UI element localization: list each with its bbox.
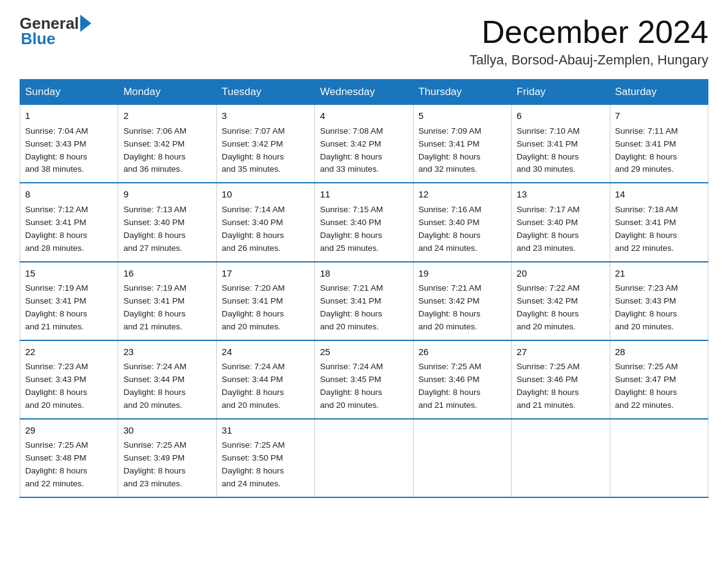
calendar-day-cell: [512, 419, 610, 497]
day-number: 4: [320, 109, 408, 123]
day-info: Sunrise: 7:24 AMSunset: 3:44 PMDaylight:…: [123, 362, 186, 410]
day-info: Sunrise: 7:08 AMSunset: 3:42 PMDaylight:…: [320, 126, 383, 174]
day-number: 14: [615, 188, 703, 202]
day-info: Sunrise: 7:06 AMSunset: 3:42 PMDaylight:…: [123, 126, 186, 174]
calendar-day-cell: 2 Sunrise: 7:06 AMSunset: 3:42 PMDayligh…: [118, 105, 216, 183]
calendar-day-cell: 9 Sunrise: 7:13 AMSunset: 3:40 PMDayligh…: [118, 183, 216, 261]
day-number: 31: [222, 424, 309, 438]
day-info: Sunrise: 7:25 AMSunset: 3:49 PMDaylight:…: [123, 440, 186, 488]
calendar-week-row: 22 Sunrise: 7:23 AMSunset: 3:43 PMDaylig…: [20, 340, 708, 419]
logo: General Blue: [20, 15, 93, 48]
calendar-day-cell: 8 Sunrise: 7:12 AMSunset: 3:41 PMDayligh…: [20, 183, 118, 261]
day-info: Sunrise: 7:21 AMSunset: 3:41 PMDaylight:…: [320, 283, 383, 331]
calendar-week-row: 1 Sunrise: 7:04 AMSunset: 3:43 PMDayligh…: [20, 105, 708, 183]
calendar-day-cell: 21 Sunrise: 7:23 AMSunset: 3:43 PMDaylig…: [610, 262, 708, 340]
day-number: 2: [123, 109, 211, 123]
calendar-day-cell: 23 Sunrise: 7:24 AMSunset: 3:44 PMDaylig…: [118, 340, 216, 419]
day-info: Sunrise: 7:24 AMSunset: 3:44 PMDaylight:…: [222, 362, 285, 410]
calendar-day-cell: 30 Sunrise: 7:25 AMSunset: 3:49 PMDaylig…: [118, 419, 216, 497]
day-number: 17: [222, 267, 309, 281]
calendar-day-cell: 13 Sunrise: 7:17 AMSunset: 3:40 PMDaylig…: [512, 183, 610, 261]
day-of-week-header: Thursday: [413, 80, 511, 105]
day-info: Sunrise: 7:25 AMSunset: 3:46 PMDaylight:…: [517, 362, 580, 410]
day-info: Sunrise: 7:11 AMSunset: 3:41 PMDaylight:…: [615, 126, 678, 174]
day-of-week-header: Monday: [118, 80, 216, 105]
calendar-day-cell: [413, 419, 511, 497]
calendar-day-cell: 4 Sunrise: 7:08 AMSunset: 3:42 PMDayligh…: [315, 105, 413, 183]
calendar-day-cell: 27 Sunrise: 7:25 AMSunset: 3:46 PMDaylig…: [512, 340, 610, 419]
day-info: Sunrise: 7:04 AMSunset: 3:43 PMDaylight:…: [25, 126, 88, 174]
day-number: 20: [517, 267, 604, 281]
day-number: 25: [320, 345, 408, 359]
calendar-day-cell: 26 Sunrise: 7:25 AMSunset: 3:46 PMDaylig…: [413, 340, 511, 419]
calendar-week-row: 15 Sunrise: 7:19 AMSunset: 3:41 PMDaylig…: [20, 262, 708, 340]
day-number: 1: [25, 109, 113, 123]
day-number: 10: [222, 188, 309, 202]
day-info: Sunrise: 7:23 AMSunset: 3:43 PMDaylight:…: [25, 362, 88, 410]
calendar-day-cell: 11 Sunrise: 7:15 AMSunset: 3:40 PMDaylig…: [315, 183, 413, 261]
day-number: 28: [615, 345, 703, 359]
day-info: Sunrise: 7:14 AMSunset: 3:40 PMDaylight:…: [222, 205, 285, 253]
day-of-week-header: Saturday: [610, 80, 708, 105]
logo-blue-text: Blue: [21, 29, 55, 48]
calendar-table: SundayMondayTuesdayWednesdayThursdayFrid…: [20, 79, 708, 498]
day-number: 24: [222, 345, 309, 359]
day-number: 30: [123, 424, 211, 438]
calendar-day-cell: 5 Sunrise: 7:09 AMSunset: 3:41 PMDayligh…: [413, 105, 511, 183]
calendar-day-cell: 7 Sunrise: 7:11 AMSunset: 3:41 PMDayligh…: [610, 105, 708, 183]
day-info: Sunrise: 7:17 AMSunset: 3:40 PMDaylight:…: [517, 205, 580, 253]
day-info: Sunrise: 7:07 AMSunset: 3:42 PMDaylight:…: [222, 126, 285, 174]
day-number: 22: [25, 345, 113, 359]
day-number: 8: [25, 188, 113, 202]
calendar-day-cell: 6 Sunrise: 7:10 AMSunset: 3:41 PMDayligh…: [512, 105, 610, 183]
day-info: Sunrise: 7:20 AMSunset: 3:41 PMDaylight:…: [222, 283, 285, 331]
calendar-day-cell: 12 Sunrise: 7:16 AMSunset: 3:40 PMDaylig…: [413, 183, 511, 261]
day-info: Sunrise: 7:19 AMSunset: 3:41 PMDaylight:…: [123, 283, 186, 331]
day-number: 18: [320, 267, 408, 281]
calendar-day-cell: 16 Sunrise: 7:19 AMSunset: 3:41 PMDaylig…: [118, 262, 216, 340]
calendar-day-cell: [610, 419, 708, 497]
day-number: 13: [517, 188, 604, 202]
day-number: 5: [419, 109, 506, 123]
calendar-day-cell: 3 Sunrise: 7:07 AMSunset: 3:42 PMDayligh…: [216, 105, 314, 183]
day-info: Sunrise: 7:23 AMSunset: 3:43 PMDaylight:…: [615, 283, 678, 331]
calendar-day-cell: 22 Sunrise: 7:23 AMSunset: 3:43 PMDaylig…: [20, 340, 118, 419]
page-header: General Blue December 2024 Tallya, Borso…: [20, 15, 708, 68]
calendar-day-cell: 24 Sunrise: 7:24 AMSunset: 3:44 PMDaylig…: [216, 340, 314, 419]
calendar-day-cell: 14 Sunrise: 7:18 AMSunset: 3:41 PMDaylig…: [610, 183, 708, 261]
day-info: Sunrise: 7:25 AMSunset: 3:50 PMDaylight:…: [222, 440, 285, 488]
day-info: Sunrise: 7:16 AMSunset: 3:40 PMDaylight:…: [419, 205, 482, 253]
day-number: 23: [123, 345, 211, 359]
calendar-day-cell: 19 Sunrise: 7:21 AMSunset: 3:42 PMDaylig…: [413, 262, 511, 340]
day-number: 3: [222, 109, 309, 123]
day-info: Sunrise: 7:25 AMSunset: 3:46 PMDaylight:…: [419, 362, 482, 410]
day-number: 11: [320, 188, 408, 202]
page-title: December 2024: [469, 15, 708, 50]
day-number: 26: [419, 345, 506, 359]
title-area: December 2024 Tallya, Borsod-Abauj-Zempl…: [469, 15, 708, 68]
day-info: Sunrise: 7:25 AMSunset: 3:47 PMDaylight:…: [615, 362, 678, 410]
day-of-week-header: Tuesday: [216, 80, 314, 105]
calendar-day-cell: 28 Sunrise: 7:25 AMSunset: 3:47 PMDaylig…: [610, 340, 708, 419]
day-info: Sunrise: 7:13 AMSunset: 3:40 PMDaylight:…: [123, 205, 186, 253]
logo-arrow-icon: [80, 15, 91, 32]
calendar-header-row: SundayMondayTuesdayWednesdayThursdayFrid…: [20, 80, 708, 105]
day-info: Sunrise: 7:10 AMSunset: 3:41 PMDaylight:…: [517, 126, 580, 174]
calendar-day-cell: 25 Sunrise: 7:24 AMSunset: 3:45 PMDaylig…: [315, 340, 413, 419]
day-number: 15: [25, 267, 113, 281]
calendar-day-cell: 1 Sunrise: 7:04 AMSunset: 3:43 PMDayligh…: [20, 105, 118, 183]
day-of-week-header: Friday: [512, 80, 610, 105]
day-info: Sunrise: 7:12 AMSunset: 3:41 PMDaylight:…: [25, 205, 88, 253]
day-info: Sunrise: 7:18 AMSunset: 3:41 PMDaylight:…: [615, 205, 678, 253]
day-number: 27: [517, 345, 604, 359]
day-info: Sunrise: 7:09 AMSunset: 3:41 PMDaylight:…: [419, 126, 482, 174]
day-number: 16: [123, 267, 211, 281]
calendar-day-cell: [315, 419, 413, 497]
calendar-day-cell: 20 Sunrise: 7:22 AMSunset: 3:42 PMDaylig…: [512, 262, 610, 340]
page-subtitle: Tallya, Borsod-Abauj-Zemplen, Hungary: [469, 52, 708, 68]
day-number: 6: [517, 109, 604, 123]
day-number: 9: [123, 188, 211, 202]
calendar-week-row: 8 Sunrise: 7:12 AMSunset: 3:41 PMDayligh…: [20, 183, 708, 261]
day-number: 29: [25, 424, 113, 438]
day-info: Sunrise: 7:19 AMSunset: 3:41 PMDaylight:…: [25, 283, 88, 331]
